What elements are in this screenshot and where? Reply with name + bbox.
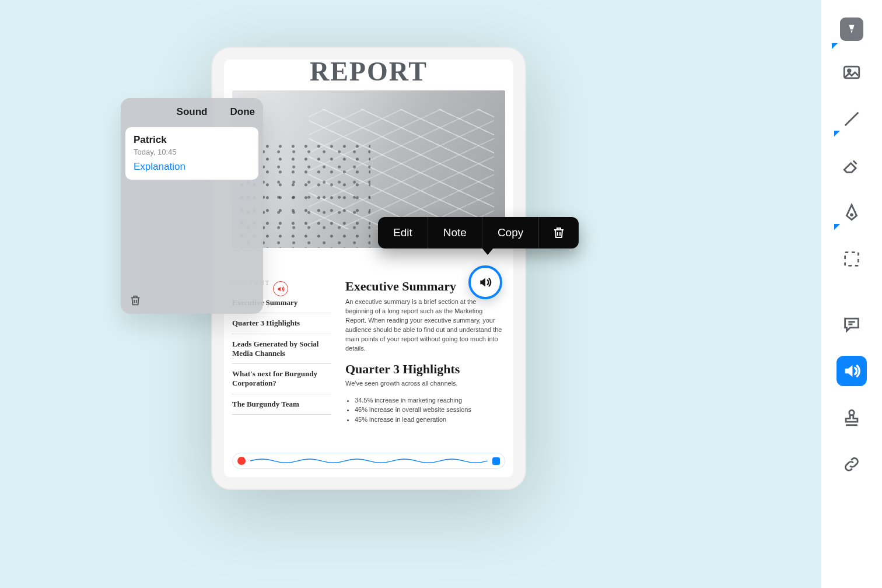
section-paragraph: An executive summary is a brief section … <box>345 298 505 354</box>
svg-point-2 <box>851 214 853 216</box>
delete-button[interactable] <box>539 217 579 249</box>
toc-item[interactable]: Quarter 3 Highlights <box>232 313 331 334</box>
popover-trash-button[interactable] <box>129 294 142 307</box>
toc-item[interactable]: Leads Generated by Social Media Channels <box>232 334 331 365</box>
note-link[interactable]: Explanation <box>134 161 250 173</box>
speaker-icon <box>474 271 497 294</box>
comment-tool-icon[interactable] <box>836 309 867 340</box>
selection-tool-icon[interactable] <box>836 244 867 274</box>
note-button[interactable]: Note <box>428 217 482 249</box>
svg-rect-3 <box>845 253 859 266</box>
audio-recorder-strip <box>232 453 505 469</box>
pen-tool-icon[interactable] <box>836 197 867 228</box>
line-tool-icon[interactable] <box>836 104 867 134</box>
image-tool-icon[interactable] <box>836 57 867 88</box>
svg-point-1 <box>848 69 850 72</box>
list-item: 45% increase in lead generation <box>355 415 505 425</box>
document-screen: REPORT CONTENT Executive Summary Quarter… <box>224 60 513 477</box>
document-title: REPORT <box>224 60 513 87</box>
eraser-tool-icon[interactable] <box>836 150 867 181</box>
sound-tool-icon[interactable] <box>836 356 867 386</box>
copy-button[interactable]: Copy <box>482 217 539 249</box>
annotation-toolbar <box>821 0 882 588</box>
section-heading: Quarter 3 Highlights <box>345 362 505 377</box>
toc-item[interactable]: The Burgundy Team <box>232 394 331 415</box>
section-intro: We've seen growth across all channels. <box>345 379 505 388</box>
stop-button-icon[interactable] <box>492 457 500 465</box>
list-item: 34.5% increase in marketing reaching <box>355 396 505 405</box>
menu-tail <box>482 248 494 255</box>
svg-point-4 <box>849 410 855 415</box>
annotation-context-menu: Edit Note Copy <box>378 217 579 249</box>
note-timestamp: Today, 10:45 <box>134 148 250 156</box>
trash-icon <box>552 226 566 240</box>
sound-popover: Sound Done Patrick Today, 10:45 Explanat… <box>121 98 263 314</box>
article-body: Executive Summary An executive summary i… <box>345 279 505 442</box>
popover-title: Sound <box>177 106 208 118</box>
sound-note-card[interactable]: Patrick Today, 10:45 Explanation <box>125 127 258 180</box>
edit-button[interactable]: Edit <box>378 217 428 249</box>
done-button[interactable]: Done <box>230 98 256 126</box>
waveform <box>250 457 488 465</box>
bullet-list: 34.5% increase in marketing reaching 46%… <box>355 396 505 425</box>
toc-item[interactable]: What's next for Burgundy Corporation? <box>232 364 331 394</box>
trash-icon <box>129 294 142 307</box>
link-tool-icon[interactable] <box>836 449 867 480</box>
stamp-tool-icon[interactable] <box>836 402 867 433</box>
text-tool-icon[interactable] <box>840 18 863 41</box>
list-item: 46% increase in overall website sessions <box>355 405 505 415</box>
note-author: Patrick <box>134 134 250 146</box>
selected-sound-annotation[interactable] <box>468 265 502 299</box>
record-button-icon[interactable] <box>237 457 246 465</box>
